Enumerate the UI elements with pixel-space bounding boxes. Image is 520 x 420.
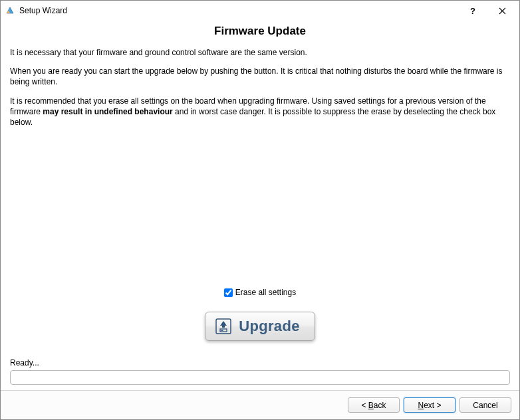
footer: < Back Next > Cancel <box>1 390 519 419</box>
erase-checkbox[interactable] <box>224 288 233 297</box>
intro-para-2: When you are ready you can start the upg… <box>10 66 510 87</box>
svg-marker-5 <box>220 321 227 328</box>
svg-rect-7 <box>221 330 223 332</box>
back-button[interactable]: < Back <box>348 397 400 413</box>
intro-para-1: It is necessary that your firmware and g… <box>10 47 510 58</box>
content-area: Firmware Update It is necessary that you… <box>1 21 519 390</box>
close-button[interactable] <box>487 1 517 20</box>
progress-bar <box>10 370 510 385</box>
erase-checkbox-row[interactable]: Erase all settings <box>224 288 296 297</box>
upgrade-label: Upgrade <box>239 318 299 335</box>
para3-bold: may result in undefined behaviour <box>43 107 172 116</box>
intro-para-3: It is recommended that you erase all set… <box>10 96 510 128</box>
status-text: Ready... <box>10 358 510 368</box>
window-title: Setup Wizard <box>19 6 458 15</box>
status-area: Ready... <box>10 358 510 385</box>
upgrade-button[interactable]: Upgrade <box>205 312 315 341</box>
help-button[interactable]: ? <box>458 1 487 20</box>
page-title: Firmware Update <box>10 25 510 38</box>
titlebar: Setup Wizard ? <box>1 1 519 21</box>
next-button[interactable]: Next > <box>404 397 455 413</box>
erase-label: Erase all settings <box>235 288 296 297</box>
app-icon <box>5 5 15 16</box>
cancel-button[interactable]: Cancel <box>459 397 511 413</box>
middle-area: Erase all settings Upgrade <box>10 136 510 346</box>
upload-icon <box>215 318 232 335</box>
